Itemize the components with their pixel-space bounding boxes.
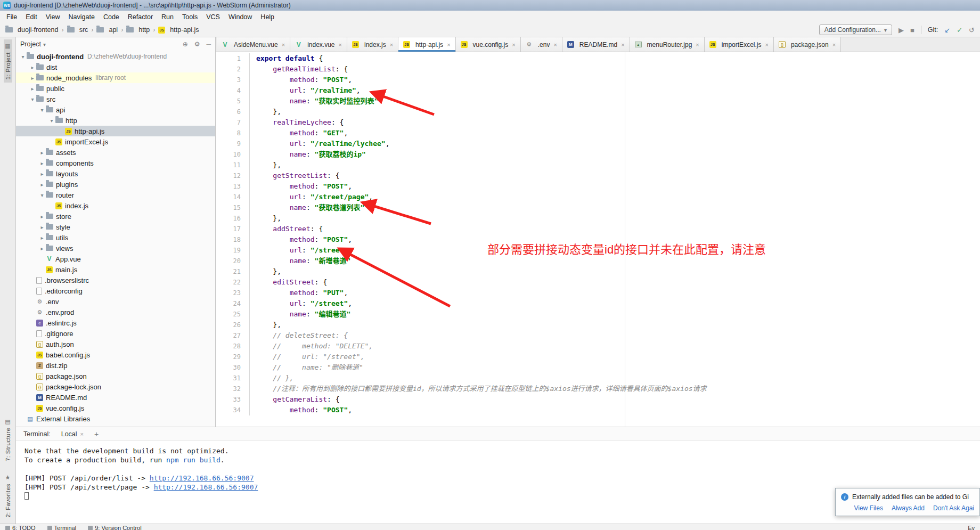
close-icon[interactable]: × [512,42,515,48]
close-icon[interactable]: × [832,42,836,48]
editor-tab-importExcel.js[interactable]: JSimportExcel.js× [705,37,774,52]
editor-tab-.env[interactable]: ⚙.env× [521,37,562,52]
tree-item-api[interactable]: ▾api [16,104,215,115]
chevron-right-icon[interactable]: ▸ [38,160,46,166]
tree-item-store[interactable]: ▸store [16,211,215,222]
tree-item-External Libraries[interactable]: ▤External Libraries [16,413,215,424]
terminal-link[interactable]: http://192.168.66.56:9007 [154,483,258,491]
close-icon[interactable]: × [765,42,768,48]
close-icon[interactable]: × [553,42,557,48]
tree-item-dist.zip[interactable]: Zdist.zip [16,360,215,371]
tree-item-README.md[interactable]: MREADME.md [16,392,215,403]
menu-navigate[interactable]: Navigate [64,12,99,22]
editor[interactable]: 1234567891011121314151617181920212223242… [216,52,980,427]
chevron-down-icon[interactable]: ▾ [29,96,36,102]
breadcrumb-item-http[interactable]: http [126,26,150,34]
close-icon[interactable]: × [80,431,84,437]
git-rollback-icon[interactable]: ↺ [969,26,975,34]
tree-item-style[interactable]: ▸style [16,222,215,232]
editor-tab-vue.config.js[interactable]: JSvue.config.js× [456,37,521,52]
editor-tab-package.json[interactable]: {}package.json× [774,37,841,52]
chevron-right-icon[interactable]: ▸ [38,224,46,230]
notification-action-don-t-ask-agai[interactable]: Don't Ask Agai [933,504,974,512]
tree-item-assets[interactable]: ▸assets [16,147,215,158]
chevron-right-icon[interactable]: ▸ [38,150,46,156]
menu-tools[interactable]: Tools [178,12,202,22]
editor-tab-http-api.js[interactable]: JShttp-api.js× [398,37,455,52]
hide-panel-icon[interactable]: ─ [206,40,211,48]
tree-item-duoji-frontend[interactable]: ▾duoji-frontendD:\zheheWeb\duoji-fronten… [16,51,215,62]
tree-item-package.json[interactable]: {}package.json [16,371,215,381]
git-update-icon[interactable]: ↙ [944,26,950,34]
tree-item-.gitignore[interactable]: .gitignore [16,328,215,339]
stop-icon[interactable]: ■ [910,26,914,34]
editor-tab-README.md[interactable]: MREADME.md× [562,37,630,52]
editor-tab-index.vue[interactable]: Vindex.vue× [290,37,347,52]
run-icon[interactable]: ▶ [899,26,904,34]
chevron-right-icon[interactable]: ▸ [38,246,46,251]
breadcrumb-item-api[interactable]: api [96,26,118,34]
breadcrumb-item-src[interactable]: src [67,26,88,34]
tree-item-importExcel.js[interactable]: JSimportExcel.js [16,136,215,147]
editor-gutter[interactable]: 1234567891011121314151617181920212223242… [216,53,250,415]
menu-view[interactable]: View [42,12,64,22]
project-panel-title[interactable]: Project [20,40,41,48]
tree-item-.browserslistrc[interactable]: .browserslistrc [16,275,215,286]
tree-item-utils[interactable]: ▸utils [16,232,215,243]
chevron-right-icon[interactable]: ▸ [38,171,46,177]
tool-button-favorites[interactable]: ★ 2: Favorites [4,471,12,520]
tree-item-node_modules[interactable]: ▸node_moduleslibrary root [16,72,215,83]
chevron-down-icon[interactable]: ▾ [19,54,27,60]
menu-refactor[interactable]: Refactor [124,12,157,22]
tree-item-public[interactable]: ▸public [16,83,215,94]
locate-file-icon[interactable]: ⊕ [183,40,188,48]
chevron-right-icon[interactable]: ▸ [29,64,36,70]
notification-action-view-files[interactable]: View Files [854,504,883,512]
tree-item-src[interactable]: ▾src [16,94,215,104]
new-terminal-icon[interactable]: + [94,430,99,438]
editor-tab-AsideMenu.vue[interactable]: VAsideMenu.vue× [217,37,290,52]
chevron-down-icon[interactable]: ▾ [48,118,55,124]
tree-item-babel.config.js[interactable]: JSbabel.config.js [16,349,215,360]
tree-item-components[interactable]: ▸components [16,158,215,168]
breadcrumb-item-http-api.js[interactable]: JShttp-api.js [158,26,199,34]
tree-item-layouts[interactable]: ▸layouts [16,168,215,179]
tree-item-.env.prod[interactable]: ⚙.env.prod [16,307,215,317]
terminal-tab-local[interactable]: Local × [57,429,88,439]
close-icon[interactable]: × [696,42,699,48]
menu-file[interactable]: File [2,12,21,22]
editor-tab-index.js[interactable]: JSindex.js× [347,37,398,52]
chevron-right-icon[interactable]: ▸ [38,214,46,219]
tree-item-auth.json[interactable]: {}auth.json [16,339,215,349]
notification-action-always-add[interactable]: Always Add [892,504,925,512]
breadcrumb-item-duoji-frontend[interactable]: duoji-frontend [5,26,58,34]
chevron-down-icon[interactable]: ▾ [38,107,46,113]
statusbar-9-version-control[interactable]: 9: Version Control [88,525,141,530]
menu-code[interactable]: Code [99,12,124,22]
tree-item-.editorconfig[interactable]: .editorconfig [16,286,215,296]
tree-item-dist[interactable]: ▸dist [16,62,215,72]
close-icon[interactable]: × [621,42,624,48]
tree-item-main.js[interactable]: JSmain.js [16,264,215,275]
code-editor[interactable]: export default { getRealTimeList: { meth… [250,53,980,415]
tree-item-http-api.js[interactable]: JShttp-api.js [16,126,215,136]
tree-item-vue.config.js[interactable]: JSvue.config.js [16,403,215,413]
tree-item-.env[interactable]: ⚙.env [16,296,215,307]
gear-icon[interactable]: ⚙ [194,40,200,48]
statusbar-event-log[interactable]: Ev [968,525,975,530]
statusbar-6-todo[interactable]: 6: TODO [5,525,36,530]
close-icon[interactable]: × [282,42,285,48]
menu-edit[interactable]: Edit [21,12,42,22]
tree-item-router[interactable]: ▾router [16,190,215,200]
menu-run[interactable]: Run [157,12,178,22]
chevron-down-icon[interactable]: ▾ [38,192,46,198]
editor-tab-menuRouter.jpg[interactable]: ▲menuRouter.jpg× [630,37,705,52]
tree-item-views[interactable]: ▸views [16,243,215,254]
chevron-right-icon[interactable]: ▸ [38,235,46,241]
tree-item-.eslintrc.js[interactable]: e.eslintrc.js [16,317,215,328]
tool-button-project[interactable]: ▦ 1: Project [4,39,12,83]
menu-window[interactable]: Window [224,12,256,22]
chevron-right-icon[interactable]: ▸ [29,75,36,81]
menu-help[interactable]: Help [256,12,279,22]
terminal-link[interactable]: http://192.168.66.56:9007 [150,474,254,482]
